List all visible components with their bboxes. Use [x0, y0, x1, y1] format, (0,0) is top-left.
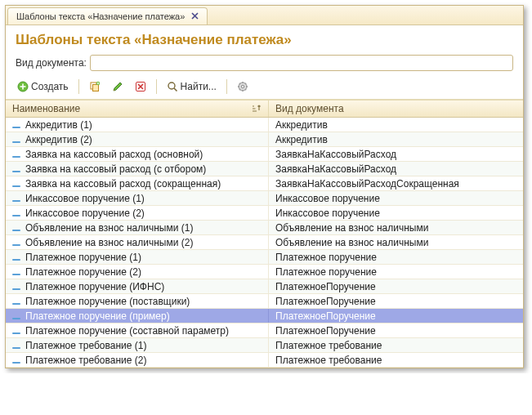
item-icon: [12, 136, 20, 143]
find-button[interactable]: Найти...: [162, 78, 221, 96]
cell-doc: Инкассовое поручение: [269, 206, 523, 220]
delete-button[interactable]: [130, 78, 151, 96]
table-row[interactable]: Заявка на кассовый расход (сокращенная)З…: [6, 176, 523, 191]
cell-doc: ЗаявкаНаКассовыйРасходСокращенная: [269, 176, 523, 190]
cell-doc: Платежное поручение: [269, 250, 523, 264]
table-row[interactable]: Объявление на взнос наличными (2)Объявле…: [6, 235, 523, 250]
item-icon: [12, 225, 20, 231]
cell-name: Инкассовое поручение (2): [6, 206, 269, 220]
svg-rect-8: [12, 127, 20, 128]
tab-current[interactable]: Шаблоны текста «Назначение платежа»: [7, 7, 208, 25]
cell-name: Объявление на взнос наличными (2): [6, 235, 269, 249]
cell-name-text: Объявление на взнос наличными (2): [25, 237, 193, 248]
table-row[interactable]: Аккредитив (1)Аккредитив: [6, 118, 523, 132]
item-icon: [12, 283, 20, 290]
cell-doc: ЗаявкаНаКассовыйРасход: [269, 162, 523, 176]
item-icon: [12, 195, 20, 202]
window: Шаблоны текста «Назначение платежа» Шабл…: [5, 5, 524, 368]
cell-name-text: Платежное требование (2): [25, 355, 146, 366]
cell-name-text: Объявление на взнос наличными (1): [25, 222, 193, 234]
svg-rect-13: [12, 200, 20, 202]
table-row[interactable]: Платежное требование (2)Платежное требов…: [6, 353, 523, 368]
cell-doc-text: ЗаявкаНаКассовыйРасход: [275, 149, 396, 160]
svg-rect-10: [12, 156, 20, 158]
item-icon: [12, 254, 20, 261]
item-icon: [12, 239, 20, 246]
table-row[interactable]: Платежное требование (1)Платежное требов…: [6, 338, 523, 353]
close-icon[interactable]: [190, 11, 200, 21]
cell-name-text: Заявка на кассовый расход (с отбором): [25, 163, 206, 175]
cell-doc: Платежное поручение: [269, 265, 523, 279]
settings-button[interactable]: [232, 78, 253, 96]
create-label: Создать: [31, 81, 69, 92]
filter-label: Вид документа:: [16, 57, 87, 69]
cell-name: Заявка на кассовый расход (сокращенная): [6, 176, 269, 190]
cell-name: Платежное поручение (составной параметр): [6, 324, 269, 337]
tab-bar: Шаблоны текста «Назначение платежа»: [6, 6, 523, 25]
separator: [78, 79, 79, 94]
cell-name-text: Инкассовое поручение (2): [25, 208, 145, 219]
edit-button[interactable]: [107, 78, 128, 96]
cell-name-text: Аккредитив (2): [25, 134, 92, 145]
item-icon: [12, 269, 20, 275]
cell-doc: ПлатежноеПоручение: [269, 294, 523, 308]
table-row[interactable]: Инкассовое поручение (2)Инкассовое поруч…: [6, 206, 523, 221]
cell-doc-text: Аккредитив: [275, 119, 328, 131]
cell-doc-text: ПлатежноеПоручение: [275, 310, 376, 322]
sort-asc-icon: [252, 103, 262, 114]
column-name[interactable]: Наименование: [6, 100, 269, 117]
cell-name: Заявка на кассовый расход (с отбором): [6, 162, 269, 176]
svg-rect-14: [12, 215, 20, 216]
cell-name-text: Заявка на кассовый расход (основной): [25, 149, 203, 160]
add-icon: [17, 81, 29, 92]
cell-doc-text: Аккредитив: [275, 134, 328, 145]
column-doc[interactable]: Вид документа: [269, 100, 523, 117]
item-icon: [12, 342, 20, 349]
item-icon: [12, 313, 20, 319]
cell-doc-text: Платежное поручение: [275, 266, 377, 278]
table-row[interactable]: Объявление на взнос наличными (1)Объявле…: [6, 221, 523, 235]
copy-button[interactable]: [84, 78, 105, 96]
cell-doc-text: Инкассовое поручение: [275, 193, 380, 204]
item-icon: [12, 298, 20, 305]
column-name-label: Наименование: [12, 103, 80, 114]
title-row: Шаблоны текста «Назначение платежа»: [6, 25, 523, 53]
table-row[interactable]: Инкассовое поручение (1)Инкассовое поруч…: [6, 191, 523, 206]
item-icon: [12, 166, 20, 172]
cell-doc-text: Платежное требование: [275, 340, 382, 351]
table-row[interactable]: Платежное поручение (поставщики)Платежно…: [6, 294, 523, 309]
table-header: Наименование Вид документа: [6, 100, 523, 118]
table-row[interactable]: Заявка на кассовый расход (основной)Заяв…: [6, 147, 523, 162]
create-button[interactable]: Создать: [12, 78, 74, 96]
cell-doc: Аккредитив: [269, 132, 523, 146]
cell-doc-text: Объявление на взнос наличными: [275, 222, 428, 234]
table-row[interactable]: Заявка на кассовый расход (с отбором)Зая…: [6, 162, 523, 176]
svg-rect-17: [12, 259, 20, 261]
cell-name: Платежное поручение (поставщики): [6, 294, 269, 308]
svg-rect-11: [12, 171, 20, 172]
table-row[interactable]: Платежное поручение (2)Платежное поручен…: [6, 265, 523, 279]
cell-name: Платежное требование (1): [6, 338, 269, 352]
cell-doc-text: ПлатежноеПоручение: [275, 325, 376, 337]
cell-doc: Инкассовое поручение: [269, 191, 523, 205]
search-icon: [167, 81, 178, 92]
cell-name: Заявка на кассовый расход (основной): [6, 147, 269, 161]
cell-doc: Платежное требование: [269, 353, 523, 367]
cell-doc-text: Платежное поручение: [275, 252, 377, 263]
cell-doc: Платежное требование: [269, 338, 523, 352]
document-type-input[interactable]: [90, 55, 513, 71]
table-body: Аккредитив (1)АккредитивАккредитив (2)Ак…: [6, 118, 523, 368]
table-row[interactable]: Аккредитив (2)Аккредитив: [6, 132, 523, 147]
svg-rect-2: [92, 85, 98, 91]
svg-rect-22: [12, 332, 20, 334]
svg-rect-19: [12, 288, 20, 290]
table-row[interactable]: Платежное поручение (ИФНС)ПлатежноеПоруч…: [6, 279, 523, 294]
table-row[interactable]: Платежное поручение (пример)ПлатежноеПор…: [6, 309, 523, 324]
cell-doc-text: ЗаявкаНаКассовыйРасход: [275, 163, 396, 175]
table-row[interactable]: Платежное поручение (составной параметр)…: [6, 324, 523, 338]
filter-row: Вид документа:: [6, 53, 523, 76]
table: Наименование Вид документа Аккредитив (1…: [6, 100, 523, 368]
delete-icon: [135, 81, 146, 92]
table-row[interactable]: Платежное поручение (1)Платежное поручен…: [6, 250, 523, 265]
cell-name-text: Платежное поручение (1): [25, 252, 141, 263]
